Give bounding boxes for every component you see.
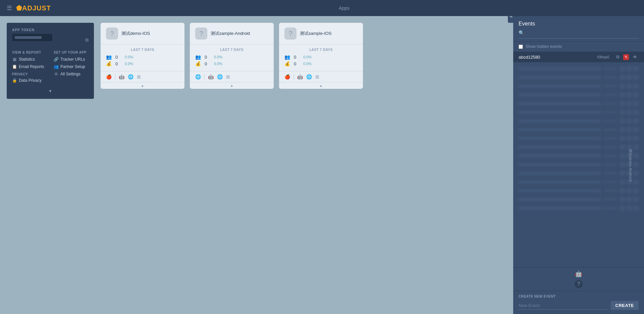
list-item [513, 90, 644, 99]
create-event-row: CREATE [519, 301, 639, 310]
search-input[interactable] [527, 30, 639, 36]
android-platform-icon-3[interactable]: 🤖 [297, 74, 303, 79]
installs-icon-1: 👥 [106, 54, 113, 60]
copy-icon[interactable]: ⧉ [85, 37, 89, 43]
stats-period-2: LAST 7 DAYS [195, 48, 268, 52]
stat-row-revenue-2: 💰 0 0.0% [195, 61, 268, 66]
app-icon-2: ? [195, 27, 207, 40]
search-icon: 🔍 [519, 30, 524, 36]
app-icon-3: ? [284, 27, 297, 40]
app-token-value [12, 34, 52, 41]
event-hide-button[interactable]: 👁 [632, 54, 639, 60]
card-expand-3[interactable]: ▲ [279, 82, 363, 89]
card-expand-2[interactable]: ▲ [190, 82, 274, 89]
list-item [513, 64, 644, 73]
lock-icon: 🔒 [12, 78, 17, 83]
stat-row-installs-1: 👥 0 0.0% [106, 54, 179, 60]
events-title: Events [519, 21, 639, 27]
main-area: APP TOKEN ⧉ VIEW & REPORT ▦ Statistics 📋 [0, 16, 644, 314]
list-item [513, 169, 644, 178]
stats-period-1: LAST 7 DAYS [106, 48, 179, 52]
web-platform-icon-2[interactable]: 🌐 [217, 74, 223, 79]
sidebar-item-all-settings[interactable]: ⚙ All Settings [54, 72, 89, 76]
collapse-panel-button[interactable]: ◀ [508, 16, 513, 23]
list-item [513, 73, 644, 82]
list-item [513, 151, 644, 160]
ios-platform-icon-2[interactable]: 🌐 [195, 74, 201, 79]
list-item [513, 178, 644, 186]
card-expand-1[interactable]: ▲ [101, 82, 184, 89]
link-icon: 🔗 [54, 57, 58, 62]
windows-platform-icon-1[interactable]: ⊞ [137, 74, 141, 79]
create-event-button[interactable]: CREATE [611, 301, 639, 310]
settings-icon: ⚙ [54, 72, 58, 76]
stats-period-3: LAST 7 DAYS [284, 48, 358, 52]
stat-row-installs-3: 👥 0 0.0% [284, 54, 358, 60]
help-icon[interactable]: ? [575, 280, 583, 288]
view-report-section: VIEW & REPORT ▦ Statistics 📋 Email Repor… [12, 51, 47, 85]
app-card-sample-ios: ? 测试sample-IOS LAST 7 DAYS 👥 0 0.0% 💰 0 … [279, 23, 363, 89]
sidebar-item-tracker-urls[interactable]: 🔗 Tracker URLs [54, 57, 89, 62]
top-navigation: ☰ ⬟ADJUST Apps [0, 0, 644, 16]
web-platform-icon-3[interactable]: 🌐 [306, 74, 312, 79]
app-dropdown-panel: APP TOKEN ⧉ VIEW & REPORT ▦ Statistics 📋 [7, 23, 94, 99]
panel-side-icons: 🤖 ? [513, 267, 644, 291]
android-platform-icon-2[interactable]: 🤖 [208, 74, 214, 79]
dropdown-arrow[interactable]: ▼ [12, 89, 89, 93]
card-platforms-3: 🍎 🤖 🌐 ⊞ [279, 71, 363, 82]
create-event-label: CREATE NEW EVENT [519, 295, 639, 298]
ios-platform-icon-1[interactable]: 🍎 [106, 74, 112, 79]
web-platform-icon-1[interactable]: 🌐 [128, 74, 133, 79]
app-card-header-1: ? 测试demo-IOS [101, 23, 184, 45]
revenue-icon-1: 💰 [106, 61, 113, 66]
android-platform-icon-1[interactable]: 🤖 [119, 74, 124, 79]
create-new-event-section: CREATE NEW EVENT CREATE [513, 291, 644, 314]
ios-error-platform-icon-3[interactable]: 🍎 [284, 74, 290, 79]
list-item [513, 125, 644, 134]
list-item [513, 195, 644, 204]
menu-icon[interactable]: ☰ [7, 4, 12, 12]
privacy-heading: PRIVACY [12, 72, 47, 76]
android-icon[interactable]: 🤖 [575, 270, 582, 277]
event-copy-button[interactable]: ⧉ [615, 54, 621, 60]
show-hidden-checkbox[interactable] [519, 45, 523, 49]
page-title: Apps [51, 5, 637, 11]
app-token-label: APP TOKEN [12, 28, 89, 32]
view-report-heading: VIEW & REPORT [12, 51, 47, 54]
app-name-1: 测试demo-IOS [121, 30, 150, 37]
windows-platform-icon-2[interactable]: ⊞ [226, 74, 230, 79]
stat-row-revenue-1: 💰 0 0.0% [106, 61, 179, 66]
new-event-input[interactable] [519, 302, 608, 310]
show-hidden-label: Show hidden events [526, 44, 562, 49]
email-icon: 📋 [12, 64, 17, 69]
sidebar-item-email-reports[interactable]: 📋 Email Reports [12, 64, 47, 69]
sidebar-item-partner-setup[interactable]: 👥 Partner Setup [54, 64, 89, 69]
installs-icon-2: 👥 [195, 54, 202, 60]
revenue-icon-3: 💰 [284, 61, 291, 66]
events-list [513, 63, 644, 267]
list-item [513, 82, 644, 90]
event-edit-button[interactable]: ✎ [623, 54, 629, 60]
list-item [513, 143, 644, 151]
show-hidden-row: Show hidden events [513, 42, 644, 52]
vertical-app-label: 测试demo-Android [629, 148, 633, 181]
setup-section: SET UP YOUR APP 🔗 Tracker URLs 👥 Partner… [54, 51, 89, 85]
events-search: 🔍 [519, 30, 639, 39]
revenue-icon-2: 💰 [195, 61, 202, 66]
card-stats-2: LAST 7 DAYS 👥 0 0.0% 💰 0 0.0% [190, 45, 274, 71]
sidebar-item-data-privacy[interactable]: 🔒 Data Privacy [12, 78, 47, 83]
events-panel: ◀ 测试demo-Android Events 🔍 Show hidden ev… [513, 16, 644, 314]
stat-row-revenue-3: 💰 0 0.0% [284, 61, 358, 66]
list-item [513, 108, 644, 117]
list-item [513, 186, 644, 195]
app-card-header-2: ? 测试sample-Android [190, 23, 274, 45]
app-name-2: 测试sample-Android [211, 30, 250, 37]
list-item [513, 134, 644, 143]
list-item [513, 204, 644, 212]
stat-row-installs-2: 👥 0 0.0% [195, 54, 268, 60]
card-stats-1: LAST 7 DAYS 👥 0 0.0% 💰 0 0.0% [101, 45, 184, 71]
app-icon-1: ? [106, 27, 118, 40]
list-item [513, 117, 644, 125]
sidebar-item-statistics[interactable]: ▦ Statistics [12, 57, 47, 62]
windows-platform-icon-3[interactable]: ⊞ [315, 74, 319, 79]
